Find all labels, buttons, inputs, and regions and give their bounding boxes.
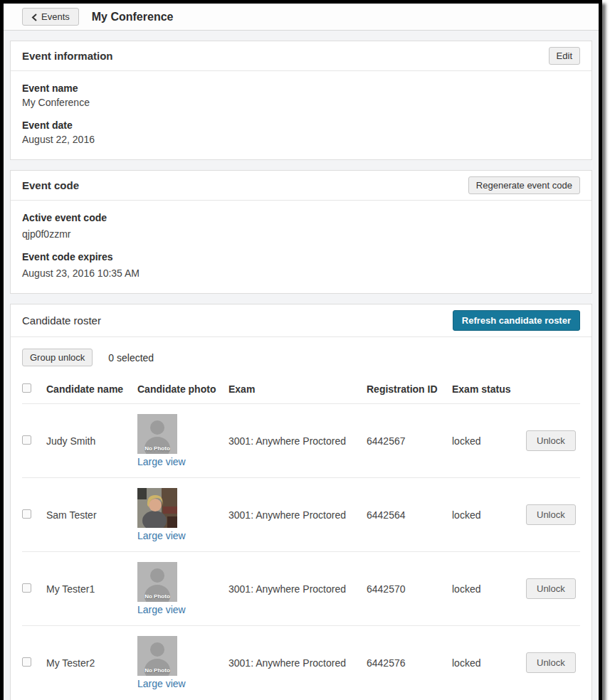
candidate-table: Candidate name Candidate photo Exam Regi… [22,376,580,699]
table-row: My Tester1 No Photo Large view 3001: Any… [22,552,580,626]
back-button-label: Events [41,11,70,22]
regenerate-event-code-button[interactable]: Regenerate event code [468,176,580,194]
large-view-link[interactable]: Large view [137,456,186,467]
roster-toolbar: Group unlock 0 selected [22,349,580,366]
row-checkbox[interactable] [22,657,31,667]
table-row: Sam Tester Large view 3001: Anywhere Pro… [22,478,580,552]
large-view-link[interactable]: Large view [137,678,186,689]
column-exam-status: Exam status [452,376,526,404]
event-date-value: August 22, 2016 [22,134,580,145]
row-checkbox[interactable] [22,435,31,445]
candidate-name-cell: My Tester1 [46,552,137,626]
event-code-expires-label: Event code expires [22,251,580,262]
candidate-table-body: Judy Smith No Photo Large view 3001: Any… [22,404,580,700]
exam-status-cell: locked [452,552,526,626]
candidate-photo-placeholder: No Photo [137,414,177,454]
select-all-checkbox[interactable] [22,383,31,393]
candidate-name-cell: Judy Smith [46,404,137,478]
event-code-body: Active event code qjp0f0zzmr Event code … [11,201,591,293]
unlock-button[interactable]: Unlock [526,652,576,673]
candidate-photo-placeholder: No Photo [137,562,177,602]
candidate-roster-header: Candidate roster Refresh candidate roste… [11,304,591,337]
unlock-button[interactable]: Unlock [526,504,576,525]
exam-cell: 3001: Anywhere Proctored [228,552,367,626]
registration-id-cell: 6442576 [367,626,452,700]
exam-status-cell: locked [452,478,526,552]
candidate-photo-portrait [137,488,177,528]
event-code-panel: Event code Regenerate event code Active … [10,170,592,294]
event-date-label: Event date [22,120,580,131]
active-event-code-value: qjp0f0zzmr [22,228,580,240]
registration-id-cell: 6442567 [367,404,452,478]
candidate-roster-title: Candidate roster [22,314,101,327]
event-date-field: Event date August 22, 2016 [22,120,580,145]
exam-cell: 3001: Anywhere Proctored [228,404,367,478]
back-to-events-button[interactable]: Events [22,8,79,26]
row-checkbox[interactable] [22,509,31,519]
page-title: My Conference [92,11,174,23]
event-name-value: My Conference [22,97,580,108]
column-registration-id: Registration ID [367,376,452,404]
candidate-photo-placeholder: No Photo [137,636,177,676]
candidate-photo-cell: Large view [137,478,228,552]
candidate-photo-cell: No Photo Large view [137,626,228,700]
candidate-roster-body: Group unlock 0 selected Candidate name C… [11,337,591,700]
column-exam: Exam [228,376,367,404]
event-information-title: Event information [22,50,113,62]
page-content: Event information Edit Event name My Con… [4,31,599,700]
exam-cell: 3001: Anywhere Proctored [228,478,367,552]
table-row: Judy Smith No Photo Large view 3001: Any… [22,404,580,478]
large-view-link[interactable]: Large view [137,604,186,615]
candidate-photo-cell: No Photo Large view [137,404,228,478]
event-code-header: Event code Regenerate event code [11,171,591,201]
candidate-name-cell: My Tester2 [46,626,137,700]
table-row: My Tester2 No Photo Large view 3001: Any… [22,626,580,700]
event-code-title: Event code [22,179,79,191]
active-event-code-label: Active event code [22,212,580,223]
exam-status-cell: locked [452,404,526,478]
no-photo-label: No Photo [137,593,177,600]
event-code-expires-value: August 23, 2016 10:35 AM [22,267,580,279]
event-information-panel: Event information Edit Event name My Con… [10,41,592,160]
edit-button[interactable]: Edit [549,47,580,65]
table-header-row: Candidate name Candidate photo Exam Regi… [22,376,580,404]
event-information-body: Event name My Conference Event date Augu… [11,71,591,159]
column-candidate-name: Candidate name [46,376,137,404]
candidate-name-cell: Sam Tester [46,478,137,552]
no-photo-label: No Photo [137,445,177,452]
candidate-roster-panel: Candidate roster Refresh candidate roste… [10,304,592,700]
event-code-expires-field: Event code expires August 23, 2016 10:35… [22,251,580,279]
page-frame: Events My Conference Event information E… [0,0,602,700]
registration-id-cell: 6442570 [367,552,452,626]
group-unlock-button[interactable]: Group unlock [22,349,93,366]
column-candidate-photo: Candidate photo [137,376,228,404]
exam-status-cell: locked [452,626,526,700]
chevron-left-icon [31,13,38,21]
exam-cell: 3001: Anywhere Proctored [228,626,367,700]
active-event-code-field: Active event code qjp0f0zzmr [22,212,580,240]
event-name-label: Event name [22,83,580,94]
selected-count-text: 0 selected [108,352,154,364]
candidate-photo-cell: No Photo Large view [137,552,228,626]
registration-id-cell: 6442564 [367,478,452,552]
row-checkbox[interactable] [22,583,31,593]
candidate-portrait-image [137,488,177,528]
refresh-candidate-roster-button[interactable]: Refresh candidate roster [453,310,580,331]
large-view-link[interactable]: Large view [137,530,186,541]
unlock-button[interactable]: Unlock [526,578,576,599]
top-bar: Events My Conference [4,4,599,31]
no-photo-label: No Photo [137,667,177,674]
event-name-field: Event name My Conference [22,83,580,108]
unlock-button[interactable]: Unlock [526,430,576,451]
event-information-header: Event information Edit [11,41,591,71]
